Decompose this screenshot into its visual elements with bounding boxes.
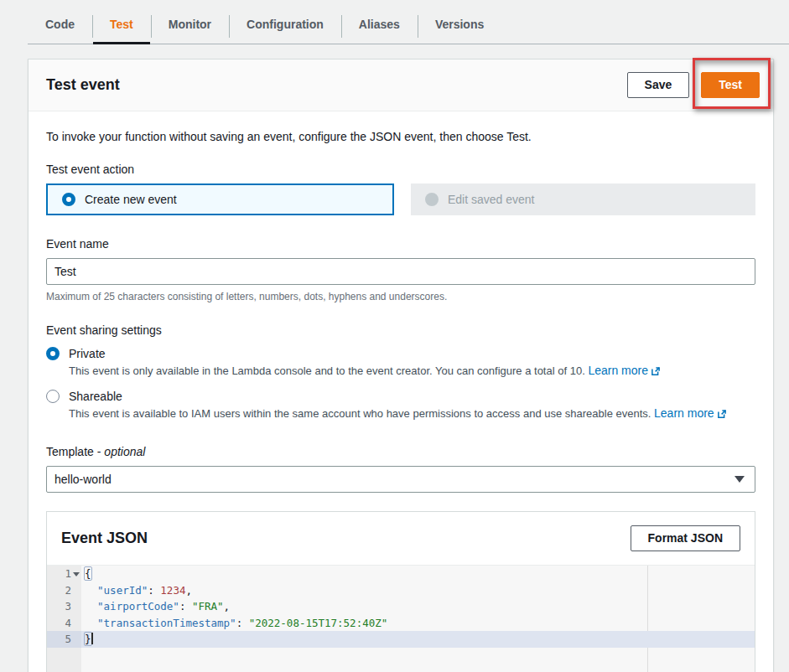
template-optional-label: optional [104,445,145,458]
private-radio-row[interactable]: Private [46,347,755,360]
tab-configuration[interactable]: Configuration [229,10,341,44]
event-name-label: Event name [46,237,755,251]
shareable-learn-more-link[interactable]: Learn more [654,406,727,420]
radio-unselected-icon[interactable] [46,390,60,403]
shareable-description: This event is available to IAM users wit… [69,406,755,420]
test-button[interactable]: Test [701,72,760,98]
text-cursor [91,633,93,644]
test-event-panel-header: Test event Save Test [29,59,773,111]
private-learn-more-link[interactable]: Learn more [588,364,661,377]
event-name-constraint: Maximum of 25 characters consisting of l… [46,291,755,302]
shareable-radio-row[interactable]: Shareable [46,390,755,403]
event-json-title: Event JSON [61,530,148,547]
intro-text: To invoke your function without saving a… [46,130,755,143]
event-json-panel: Event JSON Format JSON 1 { 2 "userId": 1… [46,511,755,672]
save-button[interactable]: Save [627,72,690,98]
create-new-event-label: Create new event [85,193,177,206]
external-link-icon [717,409,727,419]
event-json-editor[interactable]: 1 { 2 "userId": 1234, 3 "airportCode": "… [47,565,755,672]
code-line-3: 3 "airportCode": "FRA", [47,598,755,615]
format-json-button[interactable]: Format JSON [631,525,740,551]
event-name-input[interactable] [46,258,755,285]
panel-title: Test event [46,76,120,94]
template-label: Template -optional [46,445,755,458]
chevron-down-icon [734,476,745,483]
function-tab-bar: Code Test Monitor Configuration Aliases … [28,10,789,44]
code-line-5: 5 } [47,631,755,648]
tab-test[interactable]: Test [92,10,151,44]
test-event-action-label: Test event action [46,163,755,176]
test-event-panel: Test event Save Test To invoke your func… [28,59,774,672]
gutter-line-1: 1 [47,566,81,582]
gutter-line-4: 4 [47,615,81,632]
edit-saved-event-option[interactable]: Edit saved event [411,184,755,215]
gutter-line-2: 2 [47,582,81,599]
test-event-action-group: Create new event Edit saved event [46,184,755,215]
edit-saved-event-label: Edit saved event [448,193,535,206]
radio-selected-icon[interactable] [46,347,60,360]
template-select[interactable]: hello-world [46,466,755,493]
code-line-4: 4 "transactionTimestamp": "2022-08-15T17… [47,615,755,632]
template-select-value: hello-world [55,473,112,486]
fold-caret-icon[interactable] [73,572,80,576]
shareable-label: Shareable [69,390,122,403]
event-sharing-label: Event sharing settings [46,323,755,337]
radio-disabled-icon [425,193,439,206]
gutter-line-3: 3 [47,598,81,615]
code-line-1: 1 { [47,566,755,582]
tab-code[interactable]: Code [28,10,92,44]
private-description: This event is only available in the Lamb… [69,364,755,377]
tab-monitor[interactable]: Monitor [151,10,229,44]
tab-aliases[interactable]: Aliases [341,10,418,44]
gutter-line-5: 5 [47,631,81,648]
tab-versions[interactable]: Versions [418,10,501,44]
code-line-2: 2 "userId": 1234, [47,582,755,599]
private-label: Private [69,347,106,360]
editor-empty-area [47,648,755,672]
external-link-icon [651,366,661,376]
radio-selected-icon[interactable] [62,193,75,206]
create-new-event-option[interactable]: Create new event [46,184,394,215]
